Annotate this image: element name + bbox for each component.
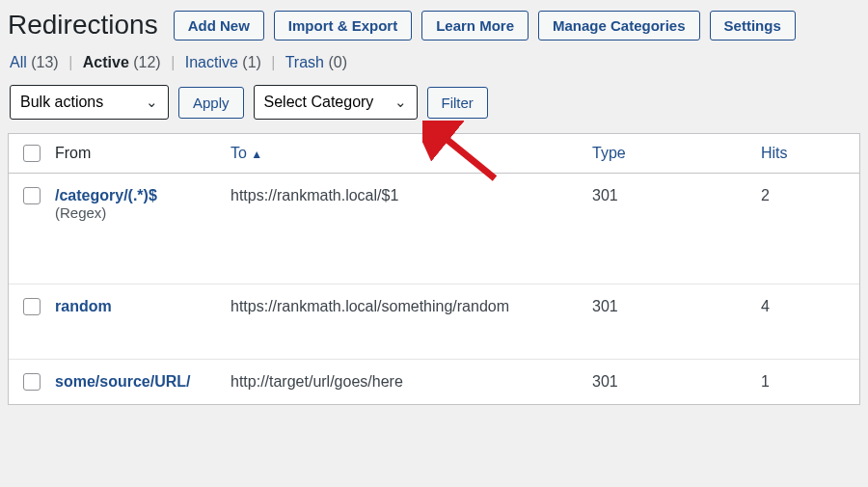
hits-cell: 4 — [761, 298, 859, 315]
select-category-select[interactable]: Select Category ⌄ — [254, 85, 418, 120]
filter-all[interactable]: All — [10, 54, 27, 70]
manage-categories-button[interactable]: Manage Categories — [538, 11, 700, 41]
bulk-actions-label: Bulk actions — [20, 94, 103, 111]
learn-more-button[interactable]: Learn More — [421, 11, 529, 41]
filter-button[interactable]: Filter — [427, 87, 488, 119]
filter-trash[interactable]: Trash — [285, 54, 324, 70]
sort-asc-icon: ▲ — [251, 148, 262, 161]
hits-cell: 1 — [761, 373, 859, 391]
to-cell: https://rankmath.local/$1 — [231, 187, 592, 204]
to-cell: http://target/url/goes/here — [231, 373, 592, 391]
type-cell: 301 — [592, 298, 761, 315]
table-row: random https://rankmath.local/something/… — [9, 284, 859, 360]
hits-cell: 2 — [761, 187, 859, 204]
chevron-down-icon: ⌄ — [394, 94, 407, 111]
filter-active-count: (12) — [133, 54, 160, 70]
type-cell: 301 — [592, 187, 761, 204]
column-header-hits[interactable]: Hits — [761, 145, 859, 162]
column-header-from[interactable]: From — [55, 145, 231, 162]
table-row: some/source/URL/ http://target/url/goes/… — [9, 360, 859, 404]
row-checkbox[interactable] — [23, 298, 41, 315]
redirections-table: From To ▲ Type Hits /category/(.*)$ (Reg… — [8, 133, 860, 405]
from-link[interactable]: some/source/URL/ — [55, 373, 223, 391]
page-title: Redirections — [8, 10, 158, 41]
import-export-button[interactable]: Import & Export — [274, 11, 412, 41]
type-cell: 301 — [592, 373, 761, 391]
apply-button[interactable]: Apply — [178, 87, 244, 119]
add-new-button[interactable]: Add New — [174, 11, 264, 41]
from-link[interactable]: random — [55, 298, 223, 315]
status-filters: All (13) | Active (12) | Inactive (1) | … — [0, 50, 868, 85]
column-header-type[interactable]: Type — [592, 145, 761, 162]
filter-inactive-count: (1) — [242, 54, 261, 70]
filter-active[interactable]: Active — [83, 54, 129, 70]
bulk-actions-select[interactable]: Bulk actions ⌄ — [10, 85, 169, 120]
from-link[interactable]: /category/(.*)$ — [55, 187, 223, 204]
to-cell: https://rankmath.local/something/random — [231, 298, 592, 315]
filter-all-count: (13) — [31, 54, 58, 70]
settings-button[interactable]: Settings — [710, 11, 796, 41]
chevron-down-icon: ⌄ — [146, 94, 158, 111]
row-checkbox[interactable] — [23, 373, 41, 391]
table-row: /category/(.*)$ (Regex) https://rankmath… — [9, 174, 859, 284]
filter-inactive[interactable]: Inactive — [185, 54, 238, 70]
column-header-to[interactable]: To ▲ — [231, 145, 592, 162]
select-category-label: Select Category — [264, 94, 374, 111]
select-all-checkbox[interactable] — [23, 145, 41, 162]
row-checkbox[interactable] — [23, 187, 41, 204]
from-sublabel: (Regex) — [55, 204, 223, 221]
filter-trash-count: (0) — [328, 54, 347, 70]
